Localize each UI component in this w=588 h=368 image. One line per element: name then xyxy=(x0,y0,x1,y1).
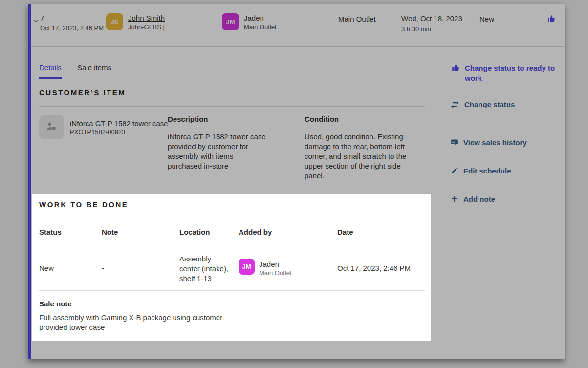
action-edit-schedule[interactable]: Edit schedule xyxy=(451,166,511,176)
sale-created-at: Oct 17, 2023, 2:46 PM xyxy=(40,24,104,32)
action-change-status-ready[interactable]: Change status to ready to work xyxy=(452,64,562,83)
action-label: View sales history xyxy=(463,138,527,148)
assignee-avatar-initials: JM xyxy=(226,18,235,25)
column-header-status: Status xyxy=(39,228,62,236)
description-label: Description xyxy=(168,115,208,123)
sale-note-label: Sale note xyxy=(39,300,72,308)
thumbs-up-icon[interactable] xyxy=(547,15,556,25)
column-header-location: Location xyxy=(179,228,210,236)
item-sku: PXGTP1582-00923 xyxy=(70,129,125,136)
accent-line xyxy=(28,4,31,359)
header-divider xyxy=(28,46,565,47)
action-add-note[interactable]: Add note xyxy=(451,195,495,205)
customer-item-section-title: CUSTOMER’S ITEM xyxy=(39,88,126,97)
duration: 3 h 30 min xyxy=(401,25,431,33)
tab-sale-items[interactable]: Sale items xyxy=(77,64,111,72)
status-badge: New xyxy=(479,15,494,23)
thumbs-up-icon xyxy=(452,64,460,74)
row-note: - xyxy=(102,264,104,273)
item-image-placeholder xyxy=(39,115,64,139)
plus-icon xyxy=(451,195,458,205)
swap-icon xyxy=(451,100,459,111)
condition-label: Condition xyxy=(305,115,339,123)
condition-text: Used, good condition. Existing damage to… xyxy=(305,132,413,181)
customer-avatar-initials: JS xyxy=(111,18,119,25)
action-label: Add note xyxy=(463,195,495,204)
table-header-divider xyxy=(39,245,425,245)
history-icon xyxy=(451,138,458,148)
due-date: Wed, Oct 18, 2023 xyxy=(401,14,462,23)
row-added-by-avatar: JM xyxy=(239,259,255,275)
row-avatar-initials: JM xyxy=(242,263,251,270)
column-header-added-by: Added by xyxy=(239,228,272,236)
action-label: Change status xyxy=(464,100,515,109)
row-status: New xyxy=(39,264,54,273)
work-section-title: WORK TO BE DONE xyxy=(39,200,128,209)
column-header-date: Date xyxy=(337,228,353,236)
action-label: Change status to ready to work xyxy=(465,64,560,83)
row-added-by-subtitle: Main Outlet xyxy=(259,269,291,277)
row-added-by-name: Jaden xyxy=(259,260,279,269)
row-location: Assembly center (intake), shelf 1-13 xyxy=(179,254,230,283)
row-divider xyxy=(39,290,425,291)
description-text: iNforca GT-P 1582 tower case provided by… xyxy=(168,132,269,171)
action-change-status[interactable]: Change status xyxy=(451,100,515,111)
pencil-icon xyxy=(451,167,458,176)
customer-name-link[interactable]: John Smith xyxy=(128,14,165,22)
sale-id: 7 xyxy=(40,14,44,22)
action-label: Edit schedule xyxy=(463,166,511,176)
customer-avatar: JS xyxy=(106,13,123,30)
row-date: Oct 17, 2023, 2:46 PM xyxy=(337,264,411,273)
tab-details[interactable]: Details xyxy=(39,64,62,72)
outlet-name: Main Outlet xyxy=(338,15,376,23)
assignee-name: Jaden xyxy=(244,14,264,22)
section-divider xyxy=(39,106,425,107)
assignee-subtitle: Main Outlet xyxy=(244,23,276,31)
sale-note-text: Full assembly with Gaming X-B package us… xyxy=(39,313,231,332)
assignee-avatar: JM xyxy=(222,13,239,30)
column-header-note: Note xyxy=(102,228,118,236)
action-view-sales-history[interactable]: View sales history xyxy=(451,138,527,148)
customer-subtitle: John-GFBS | xyxy=(128,23,165,31)
collapse-chevron-icon[interactable] xyxy=(33,16,39,25)
person-with-box-icon xyxy=(45,120,58,134)
item-name: iNforca GT-P 1582 tower case xyxy=(70,119,168,128)
sale-detail-panel xyxy=(28,4,565,359)
work-section-divider xyxy=(39,217,425,217)
page: 7 Oct 17, 2023, 2:46 PM JS John Smith Jo… xyxy=(0,0,588,368)
